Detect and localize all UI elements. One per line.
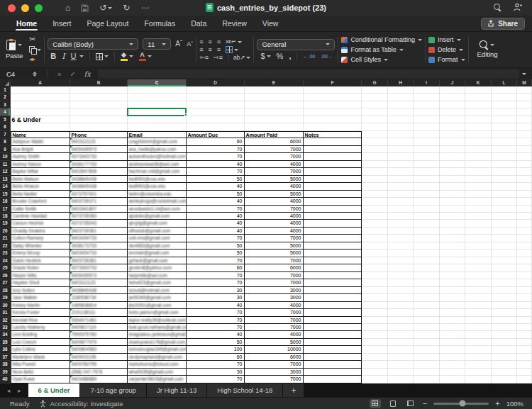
cell-B32[interactable]: 9354071481 <box>70 317 128 324</box>
cell-H28[interactable] <box>388 287 414 294</box>
cell-L26[interactable] <box>492 272 517 279</box>
cell-F18[interactable] <box>304 213 362 220</box>
tab-home[interactable]: Home <box>9 16 45 31</box>
cell-H9[interactable] <box>388 146 414 153</box>
cell-C17[interactable]: woodswick3.14@aol.com <box>128 206 187 213</box>
cell-A6[interactable] <box>11 123 70 130</box>
cell-L39[interactable] <box>492 369 517 376</box>
cell-B36[interactable]: 5409804583 <box>70 346 128 353</box>
cell-E37[interactable]: 6000 <box>245 354 304 361</box>
cell-L19[interactable] <box>492 220 517 227</box>
cell-I19[interactable] <box>414 220 440 227</box>
column-header-G[interactable]: G <box>362 79 388 86</box>
row-header-36[interactable]: 36 <box>0 346 11 353</box>
cell-D34[interactable]: 40 <box>187 331 245 338</box>
cell-K14[interactable] <box>465 183 492 190</box>
cell-K16[interactable] <box>465 198 492 205</box>
select-all-corner[interactable] <box>0 79 11 86</box>
decrease-indent-icon[interactable]: ⇦≡ <box>199 54 209 61</box>
cell-F19[interactable] <box>304 220 362 227</box>
row-header-34[interactable]: 34 <box>0 331 11 338</box>
cell-A7[interactable]: Name <box>11 131 70 138</box>
cell-E9[interactable]: 7000 <box>245 146 304 153</box>
cell-I12[interactable] <box>414 168 440 175</box>
cell-F20[interactable] <box>304 228 362 235</box>
cell-D9[interactable]: 70 <box>187 146 245 153</box>
cell-D13[interactable]: 50 <box>187 176 245 183</box>
row-header-4[interactable]: 4 <box>0 108 11 116</box>
cell-J23[interactable] <box>440 250 465 257</box>
cell-F16[interactable] <box>304 198 362 205</box>
cell-F3[interactable] <box>304 101 362 108</box>
cell-C15[interactable]: bellrn@columbia.edu <box>128 191 187 198</box>
cell-J33[interactable] <box>440 324 465 331</box>
cell-D3[interactable] <box>187 101 245 108</box>
cell-F6[interactable] <box>304 123 362 130</box>
cell-I26[interactable] <box>414 272 440 279</box>
cell-D19[interactable]: 40 <box>187 220 245 227</box>
row-header-27[interactable]: 27 <box>0 279 11 286</box>
cell-C38[interactable]: mahobvens@icloud.com <box>128 361 187 368</box>
cell-B3[interactable] <box>70 101 128 108</box>
cell-M5[interactable] <box>517 116 532 123</box>
expand-formula-bar-icon[interactable] <box>522 73 526 75</box>
cell-G9[interactable] <box>362 146 388 153</box>
cell-F37[interactable] <box>304 354 362 361</box>
cell-I32[interactable] <box>414 317 440 324</box>
cell-F38[interactable] <box>304 361 362 368</box>
cell-J36[interactable] <box>440 346 465 353</box>
cell-H14[interactable] <box>388 183 414 190</box>
cell-A15[interactable]: Bella Nadler <box>11 191 70 198</box>
cell-B37[interactable]: 5409031195 <box>70 354 128 361</box>
cell-D26[interactable]: 70 <box>187 272 245 279</box>
cell-B10[interactable]: 4373343733 <box>70 153 128 160</box>
cell-K40[interactable] <box>465 376 492 383</box>
cell-F28[interactable] <box>304 287 362 294</box>
column-header-I[interactable]: I <box>414 79 440 86</box>
cell-K17[interactable] <box>465 206 492 213</box>
cell-L16[interactable] <box>492 198 517 205</box>
row-header-10[interactable]: 10 <box>0 153 11 160</box>
cell-L20[interactable] <box>492 228 517 235</box>
column-header-L[interactable]: L <box>492 79 517 86</box>
tab-review[interactable]: Review <box>214 16 254 31</box>
cell-E3[interactable] <box>245 101 304 108</box>
cell-H1[interactable] <box>388 86 414 94</box>
align-left-icon[interactable]: ≡ <box>199 46 203 53</box>
row-header-20[interactable]: 20 <box>0 228 11 235</box>
cell-A39[interactable]: Nora Beltz <box>11 369 70 376</box>
cell-G11[interactable] <box>362 161 388 168</box>
cell-A31[interactable]: Kenda Foster <box>11 309 70 316</box>
font-color-button[interactable]: A <box>139 52 152 61</box>
row-header-33[interactable]: 33 <box>0 324 11 331</box>
cell-A2[interactable] <box>11 94 70 101</box>
cell-J29[interactable] <box>440 294 465 301</box>
cell-D7[interactable]: Amount Due <box>187 131 245 138</box>
cell-A4[interactable] <box>11 108 70 116</box>
comma-format-button[interactable]: , <box>289 52 291 60</box>
cell-G12[interactable] <box>362 168 388 175</box>
cell-E11[interactable]: 4000 <box>245 161 304 168</box>
cell-F5[interactable] <box>304 116 362 123</box>
cell-L38[interactable] <box>492 361 517 368</box>
borders-button[interactable] <box>96 53 109 60</box>
cell-K36[interactable] <box>465 346 492 353</box>
row-header-16[interactable]: 16 <box>0 198 11 205</box>
cell-B12[interactable]: 5403547808 <box>70 168 128 175</box>
row-header-28[interactable]: 28 <box>0 287 11 294</box>
cell-D5[interactable] <box>187 116 245 123</box>
cell-D27[interactable]: 70 <box>187 279 245 286</box>
sheet-tab-6-and-under[interactable]: 6 & Under <box>28 383 81 397</box>
cell-E10[interactable]: 7000 <box>245 153 304 160</box>
cell-I39[interactable] <box>414 369 440 376</box>
cell-A16[interactable]: Brooke Crawford <box>11 198 70 205</box>
cell-B15[interactable]: 4373757001 <box>70 191 128 198</box>
cell-L35[interactable] <box>492 339 517 346</box>
cell-F25[interactable] <box>304 264 362 271</box>
cell-M3[interactable] <box>517 101 532 108</box>
cell-I17[interactable] <box>414 206 440 213</box>
cell-L2[interactable] <box>492 94 517 101</box>
cell-H31[interactable] <box>388 309 414 316</box>
cell-E32[interactable]: 7000 <box>245 317 304 324</box>
row-header-38[interactable]: 38 <box>0 361 11 368</box>
